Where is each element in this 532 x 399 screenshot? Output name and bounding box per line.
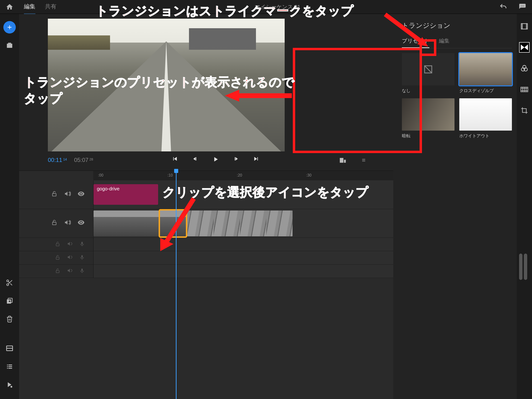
- go-start-icon[interactable]: [171, 155, 178, 165]
- svg-rect-24: [56, 257, 59, 259]
- annotation-arrow-bottom: [153, 194, 201, 253]
- scroll-indicator[interactable]: [519, 253, 522, 280]
- scissors-icon[interactable]: [5, 278, 14, 288]
- audio-icon[interactable]: [64, 190, 71, 199]
- transitions-panel: トランジション プリセット 編集 なし クロスディゾルブ 暗転: [393, 14, 517, 399]
- preset-label: ホワイトアウト: [459, 133, 512, 139]
- svg-rect-28: [521, 24, 522, 29]
- svg-rect-17: [196, 157, 196, 160]
- step-fwd-icon[interactable]: [233, 155, 240, 165]
- undo-icon[interactable]: [499, 2, 508, 12]
- annotation-text-top: トランジションはストライクマークをタップ: [96, 3, 354, 19]
- lock-icon[interactable]: [51, 191, 57, 199]
- svg-rect-15: [8, 368, 12, 369]
- scroll-indicator[interactable]: [524, 253, 527, 280]
- svg-rect-13: [8, 366, 12, 367]
- current-time: 00:1114: [48, 157, 67, 163]
- project-panel-icon[interactable]: [5, 41, 14, 50]
- duplicate-icon[interactable]: [5, 296, 14, 306]
- speed-icon[interactable]: [519, 84, 530, 95]
- preset-none[interactable]: なし: [402, 53, 455, 94]
- right-toolbar: [517, 14, 532, 399]
- preset-dip-white[interactable]: ホワイトアウト: [459, 98, 512, 139]
- svg-rect-3: [7, 44, 13, 48]
- title-clip-label: gogo-drive: [97, 186, 120, 191]
- svg-point-5: [7, 280, 9, 282]
- svg-rect-25: [56, 271, 59, 273]
- video-clip-1[interactable]: [94, 210, 158, 236]
- tab-edit[interactable]: 編集: [24, 0, 35, 14]
- svg-rect-11: [8, 365, 12, 366]
- audio-icon[interactable]: [64, 219, 71, 228]
- ruler-tick: :10: [167, 173, 173, 177]
- crop-icon[interactable]: [519, 105, 530, 116]
- svg-point-0: [521, 6, 521, 6]
- svg-rect-22: [52, 222, 56, 225]
- preset-label: なし: [402, 88, 455, 94]
- video-track: [19, 209, 393, 238]
- color-icon[interactable]: [519, 63, 530, 74]
- svg-rect-20: [344, 160, 346, 163]
- lock-icon[interactable]: [55, 254, 60, 262]
- aspect-icon[interactable]: [338, 155, 348, 165]
- ruler-tick: :30: [306, 173, 311, 177]
- left-toolbar: [0, 14, 19, 399]
- svg-rect-23: [56, 244, 59, 246]
- svg-rect-29: [526, 24, 527, 29]
- ruler-tick: :00: [98, 173, 103, 177]
- panel-grip-icon[interactable]: ≡: [362, 156, 365, 164]
- play-tool-icon[interactable]: [5, 380, 14, 389]
- video-clip-3[interactable]: [187, 210, 292, 236]
- lock-icon[interactable]: [55, 241, 60, 248]
- go-end-icon[interactable]: [253, 155, 260, 165]
- panel-tab-edit[interactable]: 編集: [439, 37, 450, 48]
- svg-rect-21: [52, 194, 56, 196]
- svg-point-16: [11, 386, 13, 388]
- mic-icon[interactable]: [79, 254, 85, 262]
- home-icon[interactable]: [5, 2, 14, 12]
- svg-rect-12: [7, 366, 8, 367]
- titles-icon[interactable]: [519, 21, 530, 32]
- audio-icon[interactable]: [67, 254, 73, 262]
- transitions-icon[interactable]: [519, 42, 530, 53]
- svg-rect-19: [340, 158, 343, 163]
- lock-icon[interactable]: [51, 219, 57, 227]
- title-clip[interactable]: gogo-drive: [94, 184, 158, 205]
- lock-icon[interactable]: [55, 267, 60, 275]
- center-area: 00:1114 05:0728 ≡ :00 :10 :20 :30: [19, 14, 393, 399]
- tab-share[interactable]: 共有: [45, 0, 57, 14]
- play-icon[interactable]: [212, 155, 219, 165]
- annotation-arrow-top: [378, 7, 431, 48]
- timeline[interactable]: :00 :10 :20 :30 gogo-drive: [19, 171, 393, 399]
- svg-rect-4: [8, 43, 11, 44]
- visibility-icon[interactable]: [77, 219, 85, 228]
- comment-icon[interactable]: [518, 2, 527, 12]
- preset-dip-black[interactable]: 暗転: [402, 98, 455, 139]
- total-time: 05:0728: [69, 157, 93, 163]
- mic-icon[interactable]: [79, 241, 85, 248]
- annotation-text-mid: トランジションのプリセットが表示されるので タップ: [24, 74, 295, 107]
- time-ruler[interactable]: :00 :10 :20 :30: [93, 171, 393, 180]
- preset-cross-dissolve[interactable]: クロスディゾルブ: [459, 53, 512, 94]
- svg-rect-18: [235, 157, 235, 160]
- fullscreen-icon[interactable]: [5, 343, 14, 353]
- svg-point-1: [522, 6, 523, 6]
- audio-icon[interactable]: [67, 267, 73, 275]
- annotation-text-bottom: クリップを選択後アイコンをタップ: [163, 184, 369, 200]
- audio-icon[interactable]: [67, 241, 73, 248]
- audio-track-2: [19, 251, 393, 265]
- list-icon[interactable]: [5, 362, 14, 371]
- playback-bar: 00:1114 05:0728 ≡: [19, 152, 393, 171]
- mic-icon[interactable]: [79, 267, 85, 275]
- audio-track-1: [19, 238, 393, 251]
- preset-label: 暗転: [402, 133, 455, 139]
- svg-point-2: [523, 6, 524, 6]
- svg-rect-10: [7, 365, 8, 366]
- step-back-icon[interactable]: [192, 155, 198, 165]
- right-area: トランジション プリセット 編集 なし クロスディゾルブ 暗転: [393, 14, 532, 399]
- visibility-icon[interactable]: [77, 190, 85, 199]
- ruler-tick: :20: [237, 173, 242, 177]
- add-media-button[interactable]: [3, 21, 16, 33]
- preset-label: クロスディゾルブ: [459, 88, 512, 94]
- trash-icon[interactable]: [5, 314, 14, 324]
